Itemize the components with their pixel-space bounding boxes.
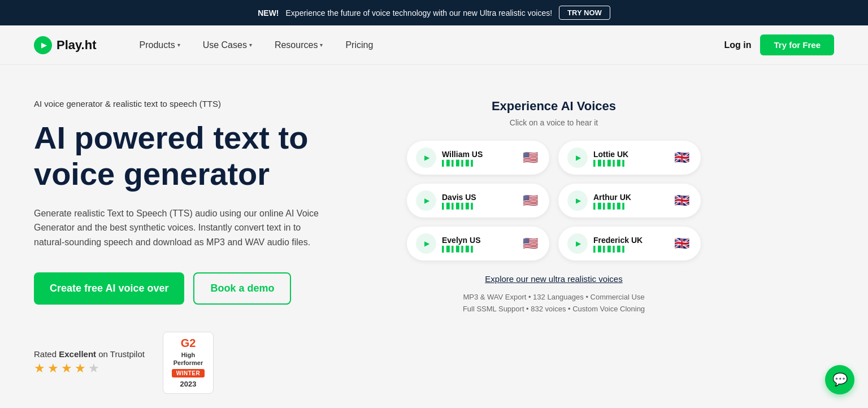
play-icon [567, 190, 588, 211]
voice-wave: ▌▊▌▊▌▊▌ [442, 203, 514, 209]
main-content: AI voice generator & realistic text to s… [0, 65, 868, 408]
voice-wave: ▌▊▌▊▌▊▌ [593, 246, 666, 252]
star-2: ★ [47, 361, 59, 376]
voice-flag: 🇺🇸 [520, 190, 540, 211]
g2-high: High [181, 351, 195, 359]
resources-chevron-icon: ▾ [320, 42, 323, 48]
logo-text: Play.ht [57, 38, 97, 53]
trustpilot-text: Rated Excellent on Trustpilot [34, 349, 145, 359]
cta-buttons: Create free AI voice over Book a demo [34, 272, 384, 305]
try-free-button[interactable]: Try for Free [760, 34, 834, 55]
voice-card[interactable]: Frederick UK ▌▊▌▊▌▊▌ 🇬🇧 [558, 227, 701, 261]
voice-wave: ▌▊▌▊▌▊▌ [593, 160, 666, 166]
voice-info: Davis US ▌▊▌▊▌▊▌ [442, 193, 514, 209]
play-icon [416, 233, 436, 254]
voice-flag: 🇺🇸 [520, 233, 540, 254]
features-row: MP3 & WAV Export • 132 Languages • Comme… [407, 293, 701, 313]
voice-name: Arthur UK [593, 193, 666, 202]
play-icon [567, 147, 588, 168]
voice-info: Frederick UK ▌▊▌▊▌▊▌ [593, 236, 666, 252]
g2-year: 2023 [180, 380, 197, 388]
voice-card[interactable]: Evelyn US ▌▊▌▊▌▊▌ 🇺🇸 [407, 227, 549, 261]
nav-resources[interactable]: Resources ▾ [266, 36, 332, 55]
book-demo-button[interactable]: Book a demo [193, 272, 291, 305]
voice-info: Lottie UK ▌▊▌▊▌▊▌ [593, 150, 666, 166]
voice-flag: 🇺🇸 [520, 147, 540, 168]
voice-wave: ▌▊▌▊▌▊▌ [593, 203, 666, 209]
voices-subtitle: Click on a voice to hear it [407, 118, 701, 127]
nav-pricing[interactable]: Pricing [336, 36, 382, 55]
star-rating: ★ ★ ★ ★ ★ [34, 361, 145, 376]
voices-panel: Experience AI Voices Click on a voice to… [407, 99, 701, 394]
voices-grid: William US ▌▊▌▊▌▊▌ 🇺🇸 Lottie UK ▌▊▌▊▌▊▌ … [407, 141, 701, 261]
g2-performer: Performer [173, 359, 203, 367]
banner-message: Experience the future of voice technolog… [286, 8, 553, 18]
banner-new-badge: NEW! [258, 8, 279, 18]
g2-logo: G2 [181, 337, 196, 350]
voice-info: Arthur UK ▌▊▌▊▌▊▌ [593, 193, 666, 209]
voice-info: William US ▌▊▌▊▌▊▌ [442, 150, 514, 166]
hero-left: AI voice generator & realistic text to s… [34, 99, 384, 394]
features-row-2: Full SSML Support • 832 voices • Custom … [407, 305, 701, 313]
star-5: ★ [88, 361, 99, 376]
voice-name: Evelyn US [442, 236, 514, 245]
banner-try-now-button[interactable]: TRY NOW [559, 6, 610, 20]
features-row-1: MP3 & WAV Export • 132 Languages • Comme… [407, 293, 701, 301]
top-banner: NEW! Experience the future of voice tech… [0, 0, 868, 25]
hero-subtitle: AI voice generator & realistic text to s… [34, 99, 384, 108]
voice-name: Lottie UK [593, 150, 666, 159]
voice-flag: 🇬🇧 [671, 147, 692, 168]
star-3: ★ [61, 361, 72, 376]
play-icon [416, 147, 436, 168]
navbar: Play.ht Products ▾ Use Cases ▾ Resources… [0, 25, 868, 65]
voice-name: Davis US [442, 193, 514, 202]
g2-badge: G2 High Performer WINTER 2023 [163, 332, 214, 394]
voice-card[interactable]: Davis US ▌▊▌▊▌▊▌ 🇺🇸 [407, 184, 549, 218]
logo-icon [34, 36, 52, 54]
star-4: ★ [75, 361, 86, 376]
voice-wave: ▌▊▌▊▌▊▌ [442, 160, 514, 166]
nav-links: Products ▾ Use Cases ▾ Resources ▾ Prici… [131, 36, 724, 55]
play-icon [416, 190, 436, 211]
voice-card[interactable]: William US ▌▊▌▊▌▊▌ 🇺🇸 [407, 141, 549, 175]
voice-card[interactable]: Arthur UK ▌▊▌▊▌▊▌ 🇬🇧 [558, 184, 701, 218]
products-chevron-icon: ▾ [177, 42, 180, 48]
voice-wave: ▌▊▌▊▌▊▌ [442, 246, 514, 252]
explore-voices-link[interactable]: Explore our new ultra realistic voices [407, 274, 701, 284]
nav-actions: Log in Try for Free [724, 34, 834, 55]
voice-flag: 🇬🇧 [671, 233, 692, 254]
play-icon [567, 233, 588, 254]
hero-heading: AI powered text to voice generator [34, 120, 384, 193]
nav-use-cases[interactable]: Use Cases ▾ [194, 36, 261, 55]
voices-header: Experience AI Voices [407, 99, 701, 114]
create-voice-button[interactable]: Create free AI voice over [34, 272, 184, 305]
social-proof: Rated Excellent on Trustpilot ★ ★ ★ ★ ★ … [34, 332, 384, 394]
use-cases-chevron-icon: ▾ [249, 42, 252, 48]
hero-description: Generate realistic Text to Speech (TTS) … [34, 206, 328, 250]
voice-name: Frederick UK [593, 236, 666, 245]
nav-products[interactable]: Products ▾ [131, 36, 189, 55]
g2-winter: WINTER [172, 369, 205, 377]
voice-info: Evelyn US ▌▊▌▊▌▊▌ [442, 236, 514, 252]
login-button[interactable]: Log in [724, 40, 751, 50]
trustpilot-section: Rated Excellent on Trustpilot ★ ★ ★ ★ ★ [34, 349, 145, 376]
star-1: ★ [34, 361, 45, 376]
voices-title: Experience AI Voices [407, 99, 701, 114]
chat-bubble-button[interactable] [825, 365, 854, 394]
voice-name: William US [442, 150, 514, 159]
voice-card[interactable]: Lottie UK ▌▊▌▊▌▊▌ 🇬🇧 [558, 141, 701, 175]
logo[interactable]: Play.ht [34, 36, 97, 54]
voice-flag: 🇬🇧 [671, 190, 692, 211]
